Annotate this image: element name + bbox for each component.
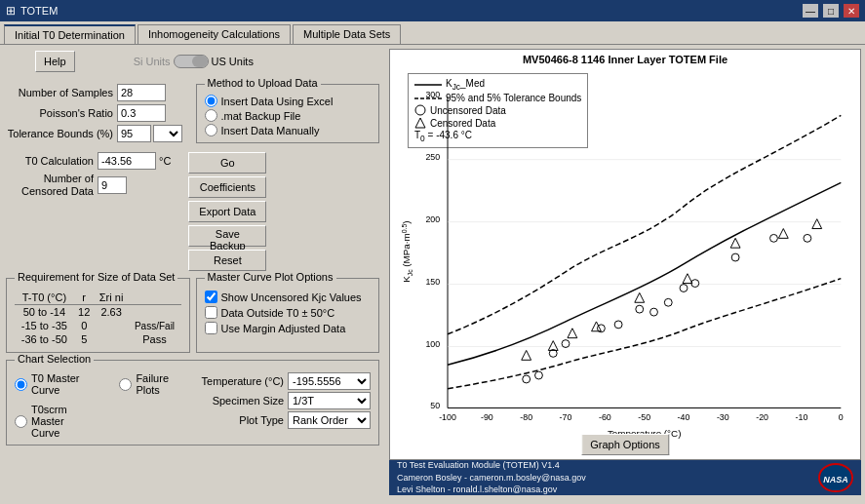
upload-manual-radio[interactable] [205, 124, 217, 136]
show-uncensored-label: Show Uncensored Kjc Values [221, 291, 362, 303]
tolerance-input[interactable] [117, 125, 151, 142]
units-toggle[interactable] [174, 55, 209, 68]
title-bar: ⊞ TOTEM — □ ✕ [0, 0, 865, 21]
right-panel: MV50466-8 1146 Inner Layer TOTEM File KJ… [385, 45, 865, 499]
svg-text:-60: -60 [599, 412, 611, 422]
data-outside-checkbox[interactable] [205, 306, 217, 319]
col-sumrini: Σri ni [95, 291, 129, 305]
svg-marker-49 [730, 238, 740, 248]
plot-type-label: Plot Type [186, 414, 284, 426]
graph-options-button[interactable]: Graph Options [581, 434, 669, 455]
row3-r: 5 [74, 332, 95, 346]
upload-mat-radio[interactable] [205, 109, 217, 122]
svg-point-36 [650, 308, 658, 316]
svg-text:-40: -40 [678, 412, 690, 422]
upload-excel-radio[interactable] [205, 95, 217, 107]
go-button[interactable]: Go [188, 152, 266, 174]
chart-svg: 50 100 150 200 250 300 -100 -90 -80 -70 [390, 69, 860, 449]
footer-author1: Cameron Bosley - cameron.m.bosley@nasa.g… [397, 472, 586, 485]
left-panel: Help Si Units US Units Number of Samples… [0, 45, 385, 499]
main-content: Help Si Units US Units Number of Samples… [0, 44, 865, 499]
minimize-button[interactable]: — [803, 4, 818, 18]
t0-master-label: T0 Master Curve [31, 372, 92, 396]
svg-point-41 [770, 234, 778, 242]
plot-options-title: Master Curve Plot Options [205, 271, 336, 283]
t0scrm-master-curve-radio[interactable] [15, 415, 27, 428]
us-units-label: US Units [212, 56, 254, 67]
svg-marker-51 [812, 219, 822, 229]
row2-range: -15 to -35 [15, 319, 74, 332]
upload-method-title: Method to Upload Data [205, 77, 321, 89]
poissons-label: Poisson's Ratio [6, 107, 113, 119]
svg-point-37 [664, 298, 672, 306]
tab-initial[interactable]: Initial T0 Determination [4, 24, 136, 44]
t0-calc-input[interactable] [98, 152, 156, 170]
num-censored-input[interactable] [98, 176, 127, 194]
col-t-t0: T-T0 (°C) [15, 291, 74, 305]
chart-selection-title: Chart Selection [15, 353, 94, 365]
t0-calc-label: T0 Calculation [6, 155, 94, 167]
svg-text:-70: -70 [560, 412, 572, 422]
specimen-size-label: Specimen Size [186, 395, 284, 407]
svg-marker-44 [548, 341, 558, 351]
help-button[interactable]: Help [35, 51, 75, 72]
maximize-button[interactable]: □ [823, 4, 839, 18]
requirement-table: T-T0 (°C) r Σri ni 50 to -14 12 2.63 [15, 291, 181, 346]
svg-text:300: 300 [425, 90, 440, 99]
svg-marker-43 [522, 350, 531, 360]
tab-inhomo[interactable]: Inhomogeneity Calculations [138, 24, 291, 44]
temp-param-label: Temperature (°C) [186, 375, 284, 387]
temperature-select[interactable]: -195.5556 [288, 372, 371, 390]
svg-text:NASA: NASA [823, 475, 848, 485]
svg-text:-50: -50 [638, 412, 650, 422]
close-button[interactable]: ✕ [844, 4, 859, 18]
svg-text:KJc (MPa·m0.5): KJc (MPa·m0.5) [401, 220, 413, 282]
plot-type-select[interactable]: Rank Order [288, 411, 371, 429]
export-data-button[interactable]: Export Data [188, 201, 266, 222]
row1-range: 50 to -14 [15, 305, 74, 320]
svg-point-30 [535, 371, 543, 379]
chart-title: MV50466-8 1146 Inner Layer TOTEM File [390, 54, 860, 65]
footer-author2: Levi Shelton - ronald.l.shelton@nasa.gov [397, 484, 586, 496]
svg-point-40 [731, 253, 739, 261]
show-uncensored-checkbox[interactable] [205, 291, 217, 303]
t0-master-curve-radio[interactable] [15, 378, 27, 391]
svg-text:-10: -10 [796, 412, 808, 422]
tolerance-select[interactable] [153, 125, 182, 142]
col-passfail [129, 291, 181, 305]
coefficients-button[interactable]: Coefficients [188, 176, 266, 198]
tab-bar: Initial T0 Determination Inhomogeneity C… [0, 21, 865, 44]
nasa-logo: NASA [818, 463, 853, 492]
margin-adjusted-label: Use Margin Adjusted Data [221, 323, 346, 334]
specimen-size-select[interactable]: 1/3T [288, 392, 371, 409]
svg-text:-90: -90 [481, 412, 493, 422]
table-row: 50 to -14 12 2.63 [15, 305, 181, 320]
num-samples-label: Number of Samples [6, 87, 113, 98]
row3-range: -36 to -50 [15, 332, 74, 346]
num-samples-input[interactable] [117, 84, 166, 101]
failure-plots-radio[interactable] [119, 378, 132, 391]
poissons-input[interactable] [117, 104, 166, 122]
svg-text:-30: -30 [717, 412, 729, 422]
svg-point-38 [680, 285, 688, 292]
si-units-label: Si Units [134, 56, 171, 67]
reset-button[interactable]: Reset [188, 250, 266, 271]
t0scrm-master-label: T0scrm Master Curve [31, 404, 92, 439]
row3-passfail: Pass [129, 332, 181, 346]
row1-r: 12 [74, 305, 95, 320]
row3-sumrini [95, 332, 129, 346]
save-backup-button[interactable]: Save Backup [188, 225, 266, 247]
tab-multiple[interactable]: Multiple Data Sets [293, 24, 401, 44]
svg-point-34 [614, 321, 622, 329]
table-row: -15 to -35 0 Pass/Fail [15, 319, 181, 332]
svg-marker-45 [568, 329, 577, 338]
svg-point-29 [523, 375, 531, 383]
table-row: -36 to -50 5 Pass [15, 332, 181, 346]
svg-point-35 [636, 305, 644, 313]
requirement-table-title: Requirement for Size of Data Set [15, 271, 177, 283]
row1-sumrini: 2.63 [95, 305, 129, 320]
row1-passfail [129, 305, 181, 320]
footer-version: T0 Test Evaluation Module (TOTEM) V1.4 [397, 459, 586, 472]
svg-text:50: 50 [430, 401, 440, 410]
margin-adjusted-checkbox[interactable] [205, 322, 217, 334]
